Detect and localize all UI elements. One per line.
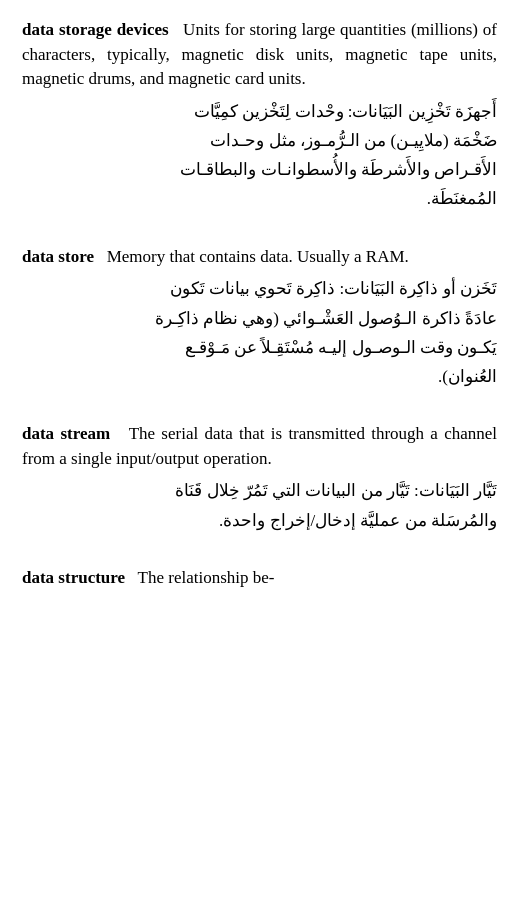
definition-data-structure-partial: The relationship be- bbox=[138, 568, 275, 587]
arabic-line: يَكـون وقت الـوصـول إليـه مُسْتَقِـلاً ع… bbox=[22, 334, 497, 361]
divider bbox=[22, 552, 497, 566]
entry-data-structure: data structure The relationship be- bbox=[22, 566, 497, 591]
arabic-line: العُنوان). bbox=[22, 363, 497, 390]
entry-english-data-store: data store Memory that contains data. Us… bbox=[22, 245, 497, 270]
arabic-data-stream: تَيَّار البَيَانات: تَيَّار من البيانات … bbox=[22, 477, 497, 533]
entry-data-stream: data stream The serial data that is tran… bbox=[22, 422, 497, 534]
arabic-line: ضَخْمَة (ملايِيـن) من الـرُّمـوز، مثل وح… bbox=[22, 127, 497, 154]
arabic-line: المُمغنَطَة. bbox=[22, 185, 497, 212]
arabic-data-store: تَخَزن أو ذاكِرة البَيَانات: ذاكِرة تَحو… bbox=[22, 275, 497, 390]
arabic-line: تَيَّار البَيَانات: تَيَّار من البيانات … bbox=[22, 477, 497, 504]
entry-data-store: data store Memory that contains data. Us… bbox=[22, 245, 497, 390]
term-data-storage-devices: data storage devices bbox=[22, 20, 169, 39]
entry-data-storage-devices: data storage devices Units for storing l… bbox=[22, 18, 497, 213]
entry-english-data-structure: data structure The relationship be- bbox=[22, 566, 497, 591]
term-data-structure: data structure bbox=[22, 568, 125, 587]
arabic-data-storage-devices: أَجهزَة تَخْزِين البَيَانات: وحْدات لِتَ… bbox=[22, 98, 497, 213]
arabic-line: أَجهزَة تَخْزِين البَيَانات: وحْدات لِتَ… bbox=[22, 98, 497, 125]
divider bbox=[22, 408, 497, 422]
definition-data-store: Memory that contains data. Usually a RAM… bbox=[107, 247, 409, 266]
entry-english-data-storage-devices: data storage devices Units for storing l… bbox=[22, 18, 497, 92]
arabic-line: تَخَزن أو ذاكِرة البَيَانات: ذاكِرة تَحو… bbox=[22, 275, 497, 302]
arabic-line: الأَقـراص والأَشرطَة والأُسطوانـات والبط… bbox=[22, 156, 497, 183]
arabic-line: والمُرسَلة من عمليَّة إدخال/إخراج واحدة. bbox=[22, 507, 497, 534]
term-data-stream: data stream bbox=[22, 424, 110, 443]
term-data-store: data store bbox=[22, 247, 94, 266]
entry-english-data-stream: data stream The serial data that is tran… bbox=[22, 422, 497, 471]
arabic-line: عادَةً ذاكرة الـوُصول العَشْـوائي (وهي ن… bbox=[22, 305, 497, 332]
divider bbox=[22, 231, 497, 245]
